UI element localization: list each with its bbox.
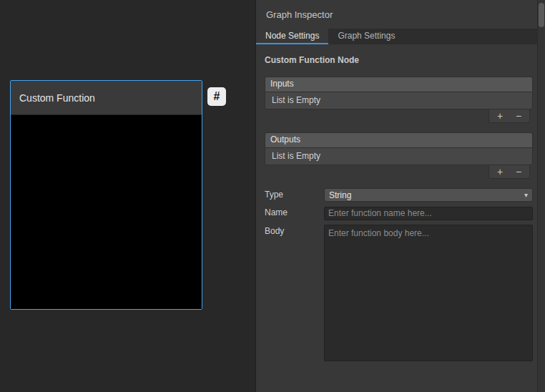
hash-icon: # <box>214 90 220 103</box>
outputs-empty-row: List is Empty <box>265 147 533 165</box>
node-title-bar[interactable]: Custom Function <box>11 81 202 115</box>
inspector-content: Custom Function Node Inputs List is Empt… <box>256 44 545 364</box>
tab-node-settings-label: Node Settings <box>265 31 319 41</box>
name-row: Name <box>265 206 533 220</box>
inputs-empty-label: List is Empty <box>272 95 320 105</box>
plus-icon: + <box>497 110 503 122</box>
outputs-list-title: Outputs <box>270 134 300 144</box>
type-row: Type String ▾ <box>265 188 533 202</box>
function-body-textarea[interactable] <box>324 225 533 361</box>
inspector-tabbar: Node Settings Graph Settings <box>256 29 545 44</box>
inspector-scrollbar[interactable] <box>537 0 545 392</box>
remove-output-button[interactable]: − <box>511 167 526 177</box>
tab-node-settings[interactable]: Node Settings <box>256 29 328 44</box>
add-input-button[interactable]: + <box>492 111 508 121</box>
inputs-list-title: Inputs <box>270 79 294 89</box>
node-hash-badge[interactable]: # <box>207 87 226 106</box>
body-row: Body <box>265 225 533 364</box>
outputs-list-header: Outputs <box>265 132 533 147</box>
custom-function-node[interactable]: Custom Function <box>10 80 202 310</box>
function-name-input[interactable] <box>324 207 533 220</box>
scrollbar-thumb[interactable] <box>539 3 544 27</box>
type-dropdown[interactable]: String ▾ <box>324 188 533 202</box>
outputs-list-footer: + − <box>265 165 533 179</box>
inspector-title: Graph Inspector <box>266 9 333 20</box>
minus-icon: − <box>516 110 521 122</box>
add-output-button[interactable]: + <box>492 167 508 177</box>
node-title: Custom Function <box>19 92 95 104</box>
node-settings-heading: Custom Function Node <box>265 55 533 65</box>
inputs-list-header: Inputs <box>265 77 533 92</box>
outputs-list: Outputs List is Empty + − <box>265 132 533 179</box>
outputs-footer-bar: + − <box>488 165 530 179</box>
tab-graph-settings[interactable]: Graph Settings <box>328 29 404 44</box>
inspector-title-bar: Graph Inspector <box>256 0 545 29</box>
inputs-list: Inputs List is Empty + − <box>265 77 533 123</box>
minus-icon: − <box>516 166 521 177</box>
body-label: Body <box>265 225 324 364</box>
inputs-empty-row: List is Empty <box>265 92 533 109</box>
tab-graph-settings-label: Graph Settings <box>338 31 395 41</box>
inputs-list-footer: + − <box>265 109 533 123</box>
node-preview-area <box>11 115 202 309</box>
plus-icon: + <box>497 166 503 177</box>
graph-inspector-panel: Graph Inspector Node Settings Graph Sett… <box>255 0 545 392</box>
name-label: Name <box>265 206 324 220</box>
chevron-down-icon: ▾ <box>524 191 528 199</box>
type-dropdown-value: String <box>329 190 351 200</box>
inputs-footer-bar: + − <box>488 109 530 123</box>
type-label: Type <box>265 188 324 202</box>
remove-input-button[interactable]: − <box>511 111 526 121</box>
outputs-empty-label: List is Empty <box>272 151 320 161</box>
